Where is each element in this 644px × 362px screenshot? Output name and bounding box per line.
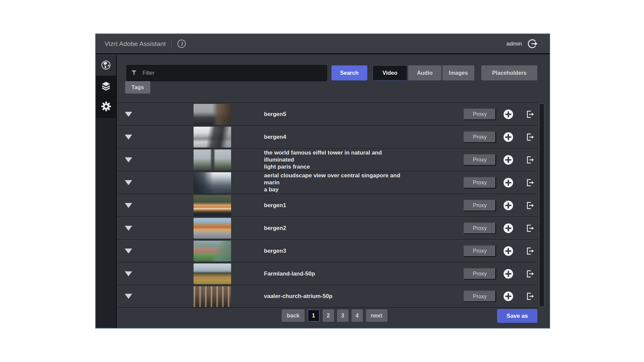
- row-title: aerial cloudscape view over central sing…: [264, 172, 412, 193]
- proxy-button[interactable]: Proxy: [464, 268, 496, 280]
- row-thumbnail[interactable]: [194, 195, 231, 216]
- search-button[interactable]: Search: [331, 65, 367, 80]
- header-divider: [171, 39, 172, 49]
- gear-icon: [101, 101, 112, 113]
- app-title: Vizrt Adobe Assistant: [105, 40, 166, 48]
- app-window: Vizrt Adobe Assistant i admin: [95, 34, 550, 328]
- tab-images[interactable]: Images: [442, 65, 474, 80]
- user-label: admin: [506, 41, 522, 47]
- export-icon[interactable]: [525, 132, 535, 142]
- export-icon[interactable]: [525, 246, 535, 256]
- tags-button[interactable]: Tags: [125, 81, 150, 94]
- table-row: bergen4 Proxy: [117, 125, 538, 148]
- proxy-button[interactable]: Proxy: [464, 131, 496, 143]
- export-icon[interactable]: [525, 223, 535, 233]
- tab-video[interactable]: Video: [373, 65, 407, 80]
- row-title: bergen2: [264, 225, 286, 232]
- app-header: Vizrt Adobe Assistant i admin: [96, 34, 549, 54]
- filter-input[interactable]: [142, 70, 323, 76]
- table-row: the world famous eiffel tower in natural…: [117, 148, 538, 171]
- page-1-button[interactable]: 1: [308, 309, 320, 322]
- table-row: bergen5 Proxy: [117, 103, 538, 125]
- table-row: bergen1 Proxy: [117, 194, 538, 217]
- export-icon[interactable]: [525, 269, 535, 279]
- expand-triangle-icon[interactable]: [125, 248, 132, 253]
- proxy-button[interactable]: Proxy: [464, 291, 496, 302]
- row-title: the world famous eiffel tower in natural…: [264, 149, 412, 171]
- sidebar: [96, 55, 117, 328]
- page-4-button[interactable]: 4: [352, 309, 363, 322]
- sidebar-item-browse[interactable]: [96, 55, 116, 76]
- add-icon[interactable]: [503, 132, 514, 142]
- row-thumbnail[interactable]: [194, 149, 231, 170]
- next-button[interactable]: next: [366, 309, 387, 322]
- export-icon[interactable]: [525, 200, 535, 210]
- table-row: vaaler-church-atrium-50p Proxy: [117, 285, 538, 308]
- add-icon[interactable]: [503, 291, 514, 302]
- media-list: bergen5 Proxy bergen4 Proxy: [117, 103, 538, 308]
- row-thumbnail[interactable]: [194, 286, 231, 307]
- proxy-button[interactable]: Proxy: [464, 245, 496, 257]
- export-icon[interactable]: [525, 155, 535, 165]
- layers-icon: [101, 80, 111, 93]
- add-icon[interactable]: [503, 200, 514, 210]
- row-thumbnail[interactable]: [194, 241, 231, 261]
- expand-triangle-icon[interactable]: [125, 294, 132, 299]
- expand-triangle-icon[interactable]: [125, 134, 132, 139]
- add-icon[interactable]: [503, 155, 514, 165]
- tab-placeholders[interactable]: Placeholders: [481, 65, 537, 80]
- export-icon[interactable]: [525, 178, 535, 187]
- pagination: back 1 2 3 4 next: [282, 309, 387, 322]
- row-thumbnail[interactable]: [194, 172, 231, 193]
- page-3-button[interactable]: 3: [337, 309, 348, 322]
- expand-triangle-icon[interactable]: [125, 112, 132, 117]
- table-row: Farmland-land-50p Proxy: [117, 262, 538, 285]
- expand-triangle-icon[interactable]: [125, 226, 132, 231]
- row-title: bergen5: [264, 111, 286, 118]
- add-icon[interactable]: [503, 177, 514, 188]
- page-canvas: Vizrt Adobe Assistant i admin: [0, 0, 644, 362]
- scrollbar[interactable]: [539, 103, 544, 307]
- proxy-button[interactable]: Proxy: [464, 108, 496, 120]
- row-thumbnail[interactable]: [194, 263, 231, 284]
- row-thumbnail[interactable]: [194, 127, 231, 147]
- export-icon[interactable]: [525, 292, 535, 301]
- row-title: vaaler-church-atrium-50p: [264, 293, 332, 300]
- expand-triangle-icon[interactable]: [125, 157, 132, 162]
- filter-field: [126, 65, 327, 81]
- add-icon[interactable]: [503, 223, 514, 233]
- table-row: aerial cloudscape view over central sing…: [117, 171, 538, 194]
- row-title: bergen1: [264, 202, 286, 209]
- info-icon[interactable]: i: [177, 40, 186, 48]
- row-thumbnail[interactable]: [194, 104, 231, 125]
- logout-icon[interactable]: [527, 38, 538, 49]
- back-button[interactable]: back: [282, 309, 305, 322]
- table-row: bergen2 Proxy: [117, 217, 538, 239]
- expand-triangle-icon[interactable]: [125, 203, 132, 208]
- proxy-button[interactable]: Proxy: [464, 199, 496, 211]
- page-2-button[interactable]: 2: [323, 309, 334, 322]
- row-title: bergen4: [264, 133, 286, 140]
- add-icon[interactable]: [503, 109, 514, 119]
- export-icon[interactable]: [525, 109, 535, 119]
- save-as-button[interactable]: Save as: [497, 309, 537, 323]
- globe-icon: [101, 60, 111, 71]
- proxy-button[interactable]: Proxy: [464, 222, 496, 234]
- expand-triangle-icon[interactable]: [125, 180, 132, 185]
- row-thumbnail[interactable]: [194, 218, 231, 239]
- row-title: bergen3: [264, 247, 286, 254]
- proxy-button[interactable]: Proxy: [464, 154, 496, 166]
- table-row: bergen3 Proxy: [117, 239, 538, 262]
- add-icon[interactable]: [503, 268, 514, 279]
- proxy-button[interactable]: Proxy: [464, 177, 496, 188]
- add-icon[interactable]: [503, 246, 514, 256]
- expand-triangle-icon[interactable]: [125, 271, 132, 276]
- tab-audio[interactable]: Audio: [408, 65, 441, 80]
- sidebar-item-settings[interactable]: [96, 97, 116, 118]
- filter-funnel-icon: [131, 69, 137, 77]
- row-title: Farmland-land-50p: [264, 270, 315, 277]
- sidebar-item-layers[interactable]: [96, 76, 116, 97]
